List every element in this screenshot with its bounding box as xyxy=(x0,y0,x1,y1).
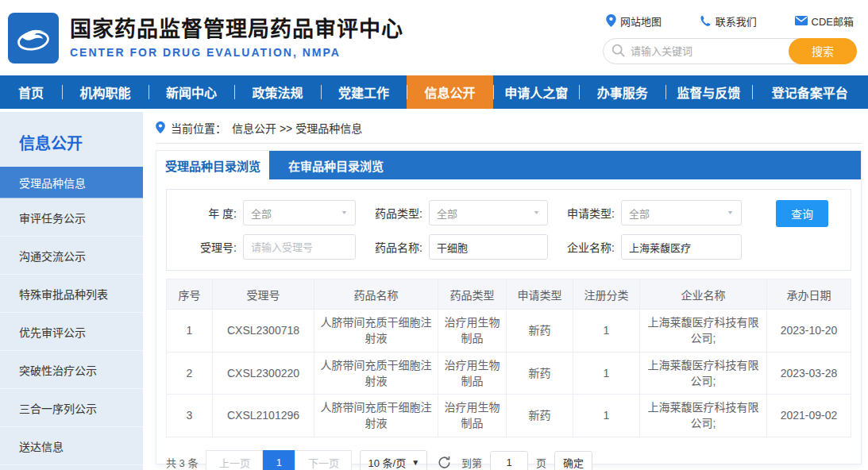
page-number-1[interactable]: 1 xyxy=(263,450,295,470)
cell-seq: 3 xyxy=(167,395,213,437)
nav-item-home[interactable]: 首页 xyxy=(0,75,62,109)
phone-icon xyxy=(700,15,712,27)
col-acceptance-no: 受理号 xyxy=(213,279,314,310)
nav-item-party[interactable]: 党建工作 xyxy=(321,75,407,109)
sidebar-item-communication[interactable]: 沟通交流公示 xyxy=(0,237,143,275)
sidebar-item-three-in-one[interactable]: 三合一序列公示 xyxy=(0,389,143,427)
sidebar-item-priority-review[interactable]: 优先审评公示 xyxy=(0,313,143,351)
mailbox-link-label: CDE邮箱 xyxy=(812,13,854,29)
nav-item-info-disclosure[interactable]: 信息公开 xyxy=(407,75,493,109)
query-button[interactable]: 查询 xyxy=(776,200,828,227)
drug-type-select[interactable]: 全部 ▼ xyxy=(429,200,548,225)
sitemap-link-label: 网站地图 xyxy=(620,13,662,29)
mail-icon xyxy=(795,16,808,25)
sidebar-item-delivery-info[interactable]: 送达信息 xyxy=(0,427,143,465)
col-apply-type: 申请类型 xyxy=(507,279,573,310)
cell-drug-name: 人脐带间充质干细胞注射液 xyxy=(314,395,438,437)
cell-seq: 2 xyxy=(167,352,213,395)
col-seq: 序号 xyxy=(167,279,213,310)
acceptance-no-input[interactable] xyxy=(243,234,356,260)
refresh-icon xyxy=(437,455,452,470)
search-bar: 搜索 xyxy=(603,38,857,64)
cell-apply-type: 新药 xyxy=(507,352,573,395)
year-select[interactable]: 全部 ▼ xyxy=(243,200,356,225)
cell-drug-type: 治疗用生物制品 xyxy=(438,395,507,437)
apply-type-label: 申请类型: xyxy=(554,205,615,221)
sidebar-item-special-approval[interactable]: 特殊审批品种列表 xyxy=(0,275,143,313)
chevron-down-icon: ▼ xyxy=(341,210,348,216)
quick-links: 网站地图 联系我们 CDE邮箱 xyxy=(603,13,857,29)
page-size-select[interactable]: 10 条/页 ▼ xyxy=(360,450,427,470)
total-count: 共 3 条 xyxy=(166,455,198,470)
chevron-down-icon: ▼ xyxy=(411,458,419,467)
breadcrumb: 当前位置：信息公开 >> 受理品种信息 xyxy=(156,112,862,144)
goto-page-input[interactable] xyxy=(490,451,528,470)
nav-item-policies[interactable]: 政策法规 xyxy=(234,75,321,109)
site-title-block: 国家药品监督管理局药品审评中心 CENTER FOR DRUG EVALUATI… xyxy=(70,17,603,60)
pagination: 共 3 条 上一页 1 下一页 10 条/页 ▼ 到第 xyxy=(166,450,851,470)
sitemap-link[interactable]: 网站地图 xyxy=(606,13,662,29)
sidebar-item-breakthrough-therapy[interactable]: 突破性治疗公示 xyxy=(0,351,143,389)
cell-apply-type: 新药 xyxy=(507,310,573,352)
next-page-button[interactable]: 下一页 xyxy=(295,450,352,470)
goto-prefix: 到第 xyxy=(461,455,482,470)
cell-company: 上海莱馥医疗科技有限公司; xyxy=(640,310,767,352)
location-pin-icon xyxy=(606,14,616,27)
nav-item-registration-platform[interactable]: 登记备案平台 xyxy=(752,75,868,109)
drug-type-select-value: 全部 xyxy=(437,206,457,221)
header-right: 网站地图 联系我们 CDE邮箱 搜索 xyxy=(603,12,857,64)
tab-accepted-catalog[interactable]: 受理品种目录浏览 xyxy=(156,151,269,179)
tab-bar: 受理品种目录浏览 在审品种目录浏览 xyxy=(156,151,861,179)
site-title: 国家药品监督管理局药品审评中心 xyxy=(70,17,603,44)
filter-box: 年 度: 全部 ▼ 药品类型: 全部 ▼ 申请类型: 全部 ▼ xyxy=(166,189,851,271)
search-button[interactable]: 搜索 xyxy=(789,38,857,64)
drug-name-label: 药品名称: xyxy=(362,239,422,255)
nav-item-news[interactable]: 新闻中心 xyxy=(149,75,235,109)
breadcrumb-prefix: 当前位置： xyxy=(171,120,226,136)
refresh-button[interactable] xyxy=(437,455,452,470)
cell-drug-name: 人脐带间充质干细胞注射液 xyxy=(314,352,438,395)
col-reg-class: 注册分类 xyxy=(573,279,640,310)
cell-drug-type: 治疗用生物制品 xyxy=(438,352,507,395)
site-subtitle: CENTER FOR DRUG EVALUATION, NMPA xyxy=(70,46,603,59)
page-size-value: 10 条/页 xyxy=(368,455,406,470)
drug-name-input[interactable] xyxy=(429,234,548,260)
page-body: 信息公开 受理品种信息 审评任务公示 沟通交流公示 特殊审批品种列表 优先审评公… xyxy=(0,109,868,470)
col-company: 企业名称 xyxy=(640,279,767,310)
confirm-button[interactable]: 确定 xyxy=(554,451,592,470)
drug-type-label: 药品类型: xyxy=(362,205,422,221)
col-drug-type: 药品类型 xyxy=(438,279,507,310)
cell-apply-type: 新药 xyxy=(507,395,573,437)
nav-item-applicant-window[interactable]: 申请人之窗 xyxy=(493,75,580,109)
cell-acceptance-no: CXSL2101296 xyxy=(213,395,314,437)
cell-date: 2023-03-28 xyxy=(767,352,851,395)
cell-date: 2021-09-02 xyxy=(767,395,851,437)
cell-reg-class: 1 xyxy=(573,310,640,352)
year-label: 年 度: xyxy=(175,205,237,221)
pager-group: 上一页 1 下一页 xyxy=(206,450,352,470)
tab-under-review-catalog[interactable]: 在审品种目录浏览 xyxy=(269,151,403,179)
sidebar-item-review-tasks[interactable]: 审评任务公示 xyxy=(0,198,143,237)
cell-reg-class: 1 xyxy=(573,395,640,437)
contact-link[interactable]: 联系我们 xyxy=(700,13,757,29)
sidebar-item-accepted-varieties[interactable]: 受理品种信息 xyxy=(0,167,143,198)
nav-item-functions[interactable]: 机构职能 xyxy=(62,75,149,109)
apply-type-select[interactable]: 全部 ▼ xyxy=(621,200,742,225)
company-input[interactable] xyxy=(621,234,742,260)
nav-item-services[interactable]: 办事服务 xyxy=(579,75,665,109)
table-header-row: 序号 受理号 药品名称 药品类型 申请类型 注册分类 企业名称 承办日期 xyxy=(167,279,851,310)
site-header: 国家药品监督管理局药品审评中心 CENTER FOR DRUG EVALUATI… xyxy=(0,0,868,75)
cell-drug-type: 治疗用生物制品 xyxy=(438,310,507,352)
cell-date: 2023-10-20 xyxy=(767,310,851,352)
table-row: 3 CXSL2101296 人脐带间充质干细胞注射液 治疗用生物制品 新药 1 … xyxy=(167,395,851,437)
cell-company: 上海莱馥医疗科技有限公司; xyxy=(640,395,767,437)
search-icon xyxy=(611,44,625,57)
year-select-value: 全部 xyxy=(251,206,272,221)
prev-page-button[interactable]: 上一页 xyxy=(206,450,263,470)
sidebar-item-common-issues[interactable]: 共性问题 xyxy=(0,465,143,470)
mailbox-link[interactable]: CDE邮箱 xyxy=(795,13,854,29)
main-nav: 首页 机构职能 新闻中心 政策法规 党建工作 信息公开 申请人之窗 办事服务 监… xyxy=(0,75,868,109)
nav-item-supervision[interactable]: 监督与反馈 xyxy=(665,75,752,109)
company-label: 企业名称: xyxy=(554,239,615,255)
col-date: 承办日期 xyxy=(767,279,851,310)
